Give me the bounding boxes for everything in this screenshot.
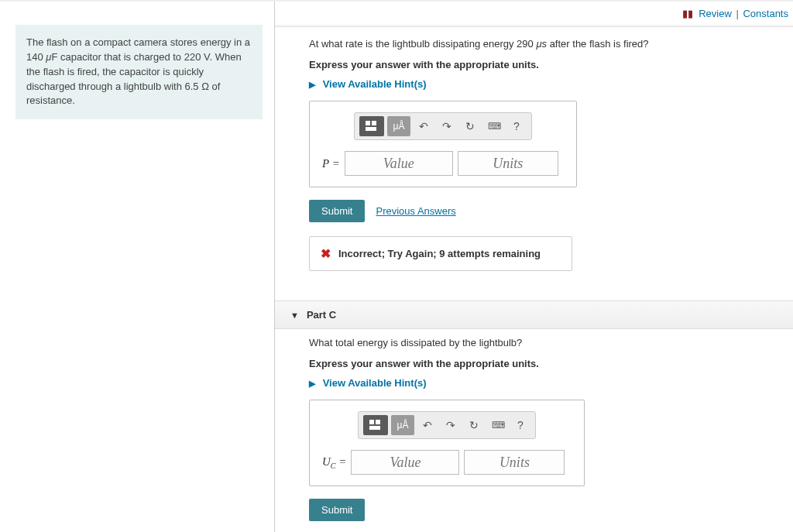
part-b-instruction: Express your answer with the appropriate… [309,59,793,70]
part-b-hints-toggle[interactable]: ▶ View Available Hint(s) [309,78,427,90]
part-c-header[interactable]: ▼ Part C [275,300,793,329]
equation-toolbar: μÅ ↶ ↷ ↻ ⌨ ? [358,411,536,439]
part-c-title: Part C [307,309,336,321]
triangle-right-icon: ▶ [309,80,315,90]
reset-icon[interactable]: ↻ [464,415,484,435]
units-button[interactable]: μÅ [387,116,410,136]
part-b-input-row: P = [321,151,565,176]
part-b-submit-button[interactable]: Submit [309,200,365,222]
part-c-units-input[interactable] [464,450,565,475]
svg-rect-5 [369,426,380,430]
x-icon: ✖ [321,246,331,261]
part-b-units-input[interactable] [458,151,558,176]
part-c-question: What total energy is dissipated by the l… [309,337,793,348]
redo-icon[interactable]: ↷ [437,116,457,136]
constants-link[interactable]: Constants [743,8,788,19]
triangle-right-icon: ▶ [309,379,315,389]
svg-rect-0 [366,121,370,125]
undo-icon[interactable]: ↶ [414,116,434,136]
svg-rect-4 [376,420,380,424]
part-c-instruction: Express your answer with the appropriate… [309,358,793,369]
part-b-feedback: ✖ Incorrect; Try Again; 9 attempts remai… [309,236,572,271]
part-c-hints-toggle[interactable]: ▶ View Available Hint(s) [309,377,427,389]
part-c: What total energy is dissipated by the l… [275,337,793,532]
equation-toolbar: μÅ ↶ ↷ ↻ ⌨ ? [354,112,532,140]
svg-rect-2 [366,127,376,131]
part-c-variable: UC = [322,455,346,470]
part-b-value-input[interactable] [345,151,453,176]
redo-icon[interactable]: ↷ [441,415,461,435]
top-links: ▮▮ Review | Constants [275,2,793,24]
triangle-down-icon: ▼ [290,311,299,320]
part-c-value-input[interactable] [351,450,459,475]
part-c-answer-box: μÅ ↶ ↷ ↻ ⌨ ? UC = [309,400,585,486]
keyboard-icon[interactable]: ⌨ [487,415,507,435]
part-b-answer-box: μÅ ↶ ↷ ↻ ⌨ ? P = [309,101,577,187]
part-c-input-row: UC = [321,450,573,475]
svg-rect-1 [372,121,376,125]
part-b: At what rate is the lightbulb dissipatin… [275,38,793,285]
feedback-text: Incorrect; Try Again; 9 attempts remaini… [338,248,541,259]
separator: | [736,8,738,19]
part-c-submit-button[interactable]: Submit [309,499,365,521]
reset-icon[interactable]: ↻ [460,116,480,136]
templates-icon[interactable] [363,415,388,435]
units-button[interactable]: μÅ [391,415,414,435]
review-link[interactable]: Review [699,8,732,19]
help-icon[interactable]: ? [506,116,527,136]
part-b-previous-answers[interactable]: Previous Answers [376,205,455,217]
keyboard-icon[interactable]: ⌨ [483,116,503,136]
book-icon: ▮▮ [682,8,693,19]
part-b-variable: P = [322,157,340,170]
divider [275,24,793,27]
problem-statement: The flash on a compact camera stores ene… [15,25,263,119]
help-icon[interactable]: ? [510,415,530,435]
templates-icon[interactable] [359,116,384,136]
undo-icon[interactable]: ↶ [417,415,438,435]
svg-rect-3 [369,420,374,424]
part-b-question: At what rate is the lightbulb dissipatin… [309,38,793,50]
